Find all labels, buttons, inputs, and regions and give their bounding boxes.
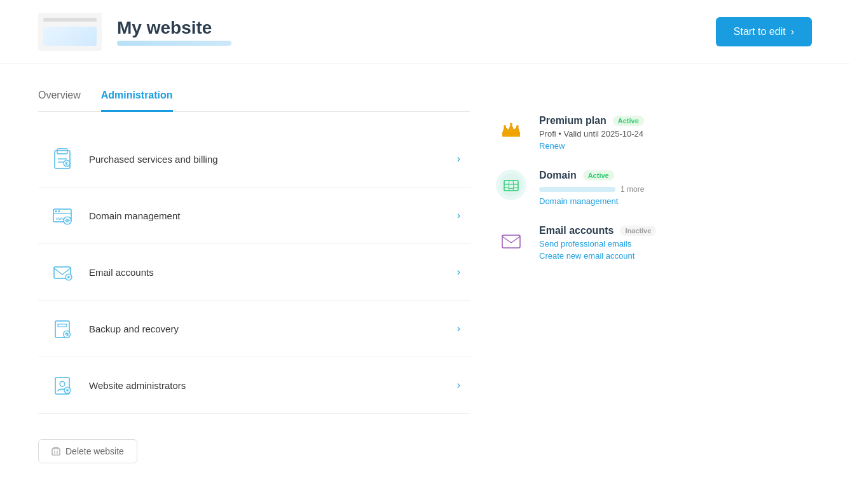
email-icon-wrap — [496, 225, 526, 255]
renew-link[interactable]: Renew — [539, 141, 644, 151]
right-panel: Premium plan Active Profi • Valid until … — [496, 83, 812, 463]
email-badge: Inactive — [620, 226, 656, 236]
tab-administration[interactable]: Administration — [101, 83, 173, 112]
svg-rect-1 — [57, 149, 67, 154]
domain-icon: www — [48, 201, 76, 229]
header-left: My website — [38, 13, 231, 51]
menu-list: $ Purchased services and billing › — [38, 131, 470, 414]
backup-icon — [48, 315, 76, 343]
chevron-right-admins: › — [457, 379, 460, 391]
menu-item-backup[interactable]: Backup and recovery › — [38, 301, 470, 357]
domain-badge: Active — [583, 170, 614, 180]
start-edit-label: Start to edit — [734, 26, 786, 37]
email-accounts-card: Email accounts Inactive Send professiona… — [496, 225, 812, 261]
domain-url-bar — [539, 187, 615, 192]
main-container: Overview Administration — [0, 64, 850, 482]
menu-item-domain[interactable]: www Domain management › — [38, 187, 470, 244]
svg-point-33 — [504, 125, 506, 128]
start-edit-arrow: › — [791, 26, 794, 37]
svg-point-8 — [55, 210, 57, 212]
trash-icon — [51, 447, 60, 456]
menu-label-domain: Domain management — [89, 210, 180, 221]
svg-point-32 — [510, 123, 512, 125]
tabs: Overview Administration — [38, 83, 470, 112]
site-title: My website — [117, 18, 231, 38]
send-professional-emails-link[interactable]: Send professional emails — [539, 239, 656, 249]
domain-icon-wrap — [496, 170, 526, 200]
delete-website-label: Delete website — [65, 446, 124, 456]
menu-item-email[interactable]: Email accounts › — [38, 244, 470, 301]
header: My website Start to edit › — [0, 0, 850, 64]
left-panel: Overview Administration — [38, 83, 470, 463]
start-edit-button[interactable]: Start to edit › — [716, 17, 812, 46]
email-accounts-icon — [48, 258, 76, 286]
create-email-account-link[interactable]: Create new email account — [539, 251, 656, 261]
menu-label-email: Email accounts — [89, 267, 154, 278]
tab-overview[interactable]: Overview — [38, 83, 81, 112]
admins-icon — [48, 371, 76, 399]
menu-item-admins[interactable]: Website administrators › — [38, 357, 470, 414]
billing-icon: $ — [48, 145, 76, 173]
svg-point-9 — [58, 210, 60, 212]
domain-card: Domain Active 1 more Domain management — [496, 170, 812, 206]
svg-point-35 — [500, 174, 523, 196]
premium-plan-card: Premium plan Active Profi • Valid until … — [496, 115, 812, 151]
menu-label-backup: Backup and recovery — [89, 324, 179, 334]
domain-more: 1 more — [620, 185, 644, 194]
menu-item-billing[interactable]: $ Purchased services and billing › — [38, 131, 470, 187]
svg-rect-18 — [58, 324, 67, 327]
domain-management-link[interactable]: Domain management — [539, 196, 644, 206]
site-title-area: My website — [117, 18, 231, 46]
svg-text:$: $ — [65, 161, 68, 167]
crown-icon-wrap — [496, 115, 526, 146]
premium-badge: Active — [613, 116, 644, 126]
svg-rect-25 — [52, 449, 60, 455]
premium-card-content: Premium plan Active Profi • Valid until … — [539, 115, 644, 151]
chevron-right-email: › — [457, 266, 460, 278]
svg-rect-37 — [502, 235, 520, 248]
chevron-right-backup: › — [457, 323, 460, 334]
email-card-content: Email accounts Inactive Send professiona… — [539, 225, 656, 261]
svg-point-34 — [516, 125, 519, 128]
svg-point-21 — [60, 381, 65, 386]
domain-card-content: Domain Active 1 more Domain management — [539, 170, 644, 206]
domain-bar: 1 more — [539, 185, 644, 194]
chevron-right-billing: › — [457, 153, 460, 165]
domain-title: Domain — [539, 170, 577, 181]
site-url-bar — [117, 41, 231, 46]
svg-rect-31 — [502, 134, 520, 137]
delete-website-button[interactable]: Delete website — [38, 439, 137, 463]
site-thumbnail — [38, 13, 102, 51]
premium-subtitle: Profi • Valid until 2025-10-24 — [539, 129, 644, 139]
chevron-right-domain: › — [457, 210, 460, 221]
menu-label-admins: Website administrators — [89, 380, 186, 391]
menu-label-billing: Purchased services and billing — [89, 154, 218, 165]
email-accounts-title: Email accounts — [539, 225, 614, 236]
premium-plan-title: Premium plan — [539, 115, 607, 126]
